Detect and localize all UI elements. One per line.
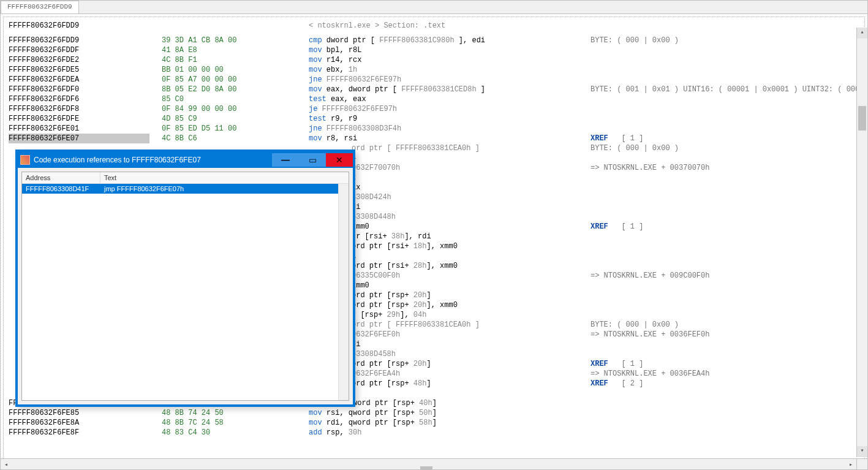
info-cell (591, 114, 859, 124)
info-cell: => NTOSKRNL.EXE + 0036FEF0h (591, 330, 859, 339)
addr-cell: FFFFF80632F6FE07 (9, 134, 149, 143)
info-cell (591, 339, 859, 349)
dialog-titlebar[interactable]: Code execution references to FFFFF80632F… (18, 152, 353, 168)
xref-address: FFFFF8063308D41F (22, 184, 100, 194)
scroll-left-icon[interactable]: ◂ (1, 461, 12, 468)
code-row[interactable]: FFFFF80632F6FDE24C 8B F1mov r14, rcx (9, 55, 859, 65)
scroll-thumb[interactable] (858, 106, 866, 131)
asm-cell: test eax, eax (309, 94, 591, 104)
minimize-button[interactable]: — (272, 153, 299, 167)
branch-marker (149, 75, 162, 85)
info-cell (591, 281, 859, 290)
asm-cell: test r9, r9 (309, 114, 591, 124)
code-row[interactable]: FFFFF80632F6FDF08B 05 E2 D0 8A 00mov eax… (9, 85, 859, 94)
code-row[interactable]: FFFFF80632F6FDFE4D 85 C9test r9, r9 (9, 114, 859, 124)
asm-cell: cmp dword ptr [ FFFFF8063381C980h ], edi (309, 36, 591, 45)
info-cell (591, 212, 859, 222)
info-cell (591, 173, 859, 183)
bytes-cell: 48 83 C4 30 (162, 428, 309, 438)
code-row[interactable]: FFFFF80632F6FDD939 3D A1 CB 8A 00cmp dwo… (9, 36, 859, 45)
info-cell: XREF [ 1 ] (591, 134, 859, 143)
column-text[interactable]: Text (100, 172, 349, 183)
bytes-cell: 0F 84 99 00 00 00 (162, 104, 309, 114)
branch-marker (149, 65, 162, 75)
code-row[interactable]: FFFFF80632F6FE8A48 8B 7C 24 58mov rdi, q… (9, 418, 859, 428)
code-row[interactable]: FFFFF80632F6FE074C 8B C6mov r8, rsiXREF … (9, 134, 859, 143)
code-row[interactable]: FFFFF80632F6FDF80F 84 99 00 00 00je FFFF… (9, 104, 859, 114)
bytes-cell: 0F 85 A7 00 00 00 (162, 75, 309, 85)
close-button[interactable]: ✕ (326, 153, 353, 167)
listview-rows: FFFFF8063308D41F jmp FFFFF80632F6FE07h (22, 184, 338, 400)
branch-marker (149, 45, 162, 55)
horizontal-scrollbar[interactable]: ◂ ▸ (1, 458, 856, 469)
addr-cell: FFFFF80632F6FE8F (9, 428, 149, 438)
scroll-up-icon[interactable]: ▴ (857, 28, 867, 39)
branch-marker (149, 418, 162, 428)
code-row[interactable]: FFFFF80632F6FDDF41 8A E8mov bpl, r8L (9, 45, 859, 55)
info-cell (591, 104, 859, 114)
info-cell: BYTE: ( 000 | 0x00 ) (591, 36, 859, 45)
address-tab[interactable]: FFFFF80632F6FDD9 (1, 1, 79, 13)
info-cell (591, 251, 859, 261)
asm-cell: mov ebx, 1h (309, 65, 591, 75)
addr-cell: FFFFF80632F6FDE2 (9, 55, 149, 65)
maximize-button[interactable]: ▭ (299, 153, 326, 167)
info-cell (591, 192, 859, 202)
addr-cell: FFFFF80632F6FDD9 (9, 36, 149, 45)
bytes-cell: 4C 8B F1 (162, 55, 309, 65)
info-cell: XREF [ 1 ] (591, 359, 859, 369)
column-address[interactable]: Address (22, 172, 100, 183)
asm-cell: mov rsi, qword ptr [rsp+ 50h] (309, 408, 591, 418)
code-row[interactable]: FFFFF80632F6FDEA0F 85 A7 00 00 00jne FFF… (9, 75, 859, 85)
branch-marker (149, 55, 162, 65)
info-cell (591, 153, 859, 163)
asm-cell: mov r8, rsi (309, 134, 591, 143)
addr-cell: FFFFF80632F6FDE5 (9, 65, 149, 75)
addr-cell: FFFFF80632F6FE8A (9, 418, 149, 428)
addr-cell: FFFFF80632F6FE01 (9, 124, 149, 134)
dialog-title: Code execution references to FFFFF80632F… (32, 156, 272, 164)
app-icon (20, 155, 30, 165)
code-row[interactable]: FFFFF80632F6FE010F 85 ED D5 11 00jne FFF… (9, 124, 859, 134)
dialog-body: Address Text FFFFF8063308D41F jmp FFFFF8… (18, 168, 353, 404)
asm-cell: jne FFFFF80632F6FE97h (309, 75, 591, 85)
hscroll-thumb[interactable] (420, 466, 432, 470)
branch-marker (149, 134, 162, 143)
addr-cell: FFFFF80632F6FDF0 (9, 85, 149, 94)
listview-scrollbar[interactable] (338, 184, 349, 400)
xref-row[interactable]: FFFFF8063308D41F jmp FFFFF80632F6FE07h (22, 184, 338, 194)
code-row[interactable]: FFFFF80632F6FDE5BB 01 00 00 00mov ebx, 1… (9, 65, 859, 75)
xref-dialog[interactable]: Code execution references to FFFFF80632F… (15, 150, 355, 407)
bytes-cell: 4D 85 C9 (162, 114, 309, 124)
scroll-down-icon[interactable]: ▾ (857, 446, 867, 457)
info-cell (591, 300, 859, 310)
branch-marker (149, 428, 162, 438)
code-row[interactable]: FFFFF80632F6FE8F48 83 C4 30add rsp, 30h (9, 428, 859, 438)
bytes-cell: 48 8B 7C 24 58 (162, 418, 309, 428)
info-cell (591, 65, 859, 75)
bytes-cell: 8B 05 E2 D0 8A 00 (162, 85, 309, 94)
info-cell: BYTE: ( 000 | 0x00 ) (591, 143, 859, 153)
info-cell: => NTOSKRNL.EXE + 0036FEA4h (591, 369, 859, 379)
vertical-scrollbar[interactable]: ▴ ▾ (856, 28, 867, 457)
section-header: < ntoskrnl.exe > Section: .text (309, 21, 591, 31)
info-cell (591, 261, 859, 271)
bytes-cell: 85 C0 (162, 94, 309, 104)
window-buttons: — ▭ ✕ (272, 153, 353, 167)
scroll-corner (856, 458, 867, 469)
scroll-right-icon[interactable]: ▸ (845, 461, 856, 468)
addr-cell: FFFFF80632F6FDF6 (9, 94, 149, 104)
branch-marker (149, 94, 162, 104)
asm-cell: jne FFFFF8063308D3F4h (309, 124, 591, 134)
info-cell (591, 349, 859, 359)
code-row[interactable]: FFFFF80632F6FDF685 C0test eax, eax (9, 94, 859, 104)
branch-marker (149, 124, 162, 134)
bytes-cell: 0F 85 ED D5 11 00 (162, 124, 309, 134)
info-cell: => NTOSKRNL.EXE + 00370070h (591, 163, 859, 173)
code-row[interactable]: FFFFF80632F6FE8548 8B 74 24 50mov rsi, q… (9, 408, 859, 418)
info-cell (591, 55, 859, 65)
branch-marker (149, 408, 162, 418)
branch-marker (149, 104, 162, 114)
scroll-track[interactable] (857, 39, 867, 446)
xref-listview[interactable]: Address Text FFFFF8063308D41F jmp FFFFF8… (21, 172, 349, 401)
